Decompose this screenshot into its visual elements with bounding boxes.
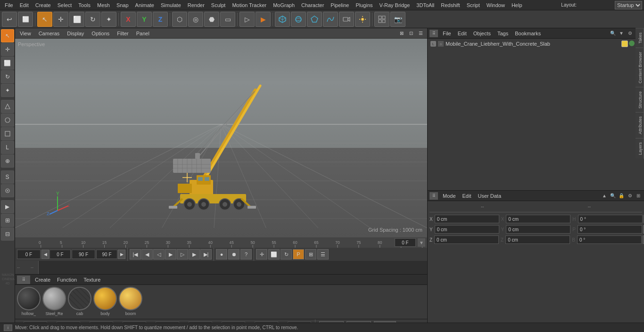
viewport-canvas[interactable]: Perspective Y X Z Gri <box>15 39 427 237</box>
left-tool14[interactable]: ⊞ <box>1 214 14 227</box>
left-tool7[interactable] <box>1 113 14 127</box>
obj-filter-icon[interactable]: ▼ <box>618 30 625 37</box>
left-transform-btn[interactable]: ✦ <box>1 84 14 97</box>
move-tool[interactable]: ✛ <box>53 12 68 27</box>
menu-3dtoall[interactable]: 3DToAll <box>413 1 437 9</box>
menu-window[interactable]: Window <box>484 1 508 9</box>
next-frame-btn[interactable]: ▶ <box>189 249 200 259</box>
layer-btn[interactable]: ☰ <box>317 249 329 259</box>
attr-y-rot-input[interactable] <box>506 225 570 234</box>
object-mode-btn[interactable]: ⬡ <box>172 12 187 27</box>
menu-render[interactable]: Render <box>185 1 207 9</box>
play-btn[interactable]: ▶ <box>165 249 176 259</box>
obj-vis-dot[interactable] <box>629 40 635 46</box>
param-btn[interactable]: P <box>293 249 304 259</box>
attr-x-rot-input[interactable] <box>506 215 570 223</box>
start-frame-input[interactable] <box>17 250 41 259</box>
menu-sculpt[interactable]: Sculpt <box>208 1 229 9</box>
content-browser-tab[interactable]: Content Browser <box>636 48 644 87</box>
polygons-mode-btn[interactable]: ▭ <box>220 12 235 27</box>
attr-p-input[interactable] <box>578 225 642 234</box>
attributes-tab[interactable]: Attributes <box>636 112 644 138</box>
left-tool10[interactable]: ⊕ <box>1 154 14 168</box>
attr-x-pos-input[interactable] <box>435 215 499 223</box>
left-move-btn[interactable]: ✛ <box>1 43 14 56</box>
points-mode-btn[interactable]: ◎ <box>188 12 203 27</box>
frame-next-btn[interactable]: ▶ <box>118 250 125 259</box>
menu-pipeline[interactable]: Pipeline <box>328 1 352 9</box>
viewport-icon-1[interactable]: ⊠ <box>398 30 405 37</box>
next-key-btn[interactable]: ▷ <box>177 249 188 259</box>
redo-button[interactable]: ⬜ <box>18 12 33 27</box>
max-frame-input[interactable] <box>72 250 95 259</box>
goto-start-btn[interactable]: |◀ <box>130 249 141 259</box>
attr-settings-icon[interactable]: ⚙ <box>626 192 634 200</box>
goto-end-btn[interactable]: ▶| <box>200 249 212 259</box>
menu-mesh[interactable]: Mesh <box>94 1 113 9</box>
attr-mode-menu[interactable]: Mode <box>441 193 458 199</box>
edges-mode-btn[interactable]: ⬣ <box>204 12 219 27</box>
layout-select[interactable]: Startup <box>615 1 642 9</box>
viewport-icon-3[interactable]: ☰ <box>417 30 424 37</box>
attr-lock-icon[interactable]: 🔒 <box>618 192 625 200</box>
sphere-btn[interactable] <box>291 12 306 27</box>
obj-tags-menu[interactable]: Tags <box>495 30 510 37</box>
scale-tool[interactable]: ⬜ <box>69 12 84 27</box>
menu-mograph[interactable]: MoGraph <box>270 1 297 9</box>
menu-create[interactable]: Create <box>33 1 54 9</box>
obj-objects-menu[interactable]: Objects <box>471 30 493 37</box>
left-tool11[interactable]: S <box>1 170 14 184</box>
render-btn[interactable]: ▶ <box>256 12 271 27</box>
min-frame-input[interactable] <box>50 250 71 259</box>
options-menu[interactable]: Options <box>90 30 111 37</box>
z-axis-btn[interactable]: Z <box>153 12 168 27</box>
view-menu[interactable]: View <box>18 30 33 37</box>
menu-redshift[interactable]: Redshift <box>438 1 462 9</box>
menu-tools[interactable]: Tools <box>75 1 93 9</box>
mat-slot-cab[interactable]: cab <box>68 287 91 316</box>
polygon-btn[interactable] <box>307 12 322 27</box>
menu-plugins[interactable]: Plugins <box>353 1 375 9</box>
left-tool12[interactable] <box>1 184 14 197</box>
attr-h-input[interactable] <box>578 215 643 223</box>
auto-key-btn[interactable]: ⏺ <box>228 249 239 259</box>
current-frame-input[interactable] <box>395 238 416 247</box>
key-grid-btn[interactable]: ⊞ <box>305 249 316 259</box>
left-tool9[interactable]: L <box>1 141 14 154</box>
left-tool6[interactable] <box>1 100 14 113</box>
menu-character[interactable]: Character <box>298 1 327 9</box>
mat-slot-hollow[interactable]: hollow_ <box>17 287 41 316</box>
menu-file[interactable]: File <box>2 1 16 9</box>
attr-arrow-up-icon[interactable]: ▲ <box>601 192 608 200</box>
filter-menu[interactable]: Filter <box>115 30 130 37</box>
mat-slot-steel[interactable]: Steel_Re <box>42 287 66 316</box>
frame-prev-btn[interactable]: ◀ <box>41 250 49 259</box>
attr-userdata-menu[interactable]: User Data <box>476 193 504 199</box>
cameras-menu[interactable]: Cameras <box>37 30 62 37</box>
mat-slot-body[interactable]: body <box>93 287 117 316</box>
light-btn[interactable] <box>355 12 370 27</box>
menu-animate[interactable]: Animate <box>132 1 157 9</box>
prev-key-btn[interactable]: ◁ <box>153 249 165 259</box>
obj-file-menu[interactable]: File <box>441 30 453 37</box>
menu-simulate[interactable]: Simulate <box>158 1 184 9</box>
obj-search-icon[interactable]: 🔍 <box>609 30 617 37</box>
frame-step-btn[interactable]: ▼ <box>418 238 425 247</box>
attr-y-pos-input[interactable] <box>435 225 499 234</box>
layers-tab[interactable]: Layers <box>636 138 644 159</box>
left-tool13[interactable]: ▶ <box>1 200 14 213</box>
menu-snap[interactable]: Snap <box>114 1 132 9</box>
prev-frame-btn[interactable]: ◀ <box>141 249 153 259</box>
mat-slot-boom[interactable]: boom <box>119 287 142 316</box>
select-tool[interactable]: ↖ <box>37 12 52 27</box>
obj-settings-icon[interactable]: ⚙ <box>626 30 634 37</box>
track-area[interactable] <box>39 261 427 274</box>
attr-edit-menu[interactable]: Edit <box>461 193 473 199</box>
panel-menu[interactable]: Panel <box>134 30 151 37</box>
camera2-btn[interactable]: 📷 <box>390 12 405 27</box>
rotate-tool[interactable]: ↻ <box>85 12 100 27</box>
display-menu[interactable]: Display <box>65 30 86 37</box>
left-tool15[interactable]: ⊟ <box>1 227 14 241</box>
menu-help[interactable]: Help <box>509 1 525 9</box>
obj-bookmarks-menu[interactable]: Bookmarks <box>513 30 543 37</box>
